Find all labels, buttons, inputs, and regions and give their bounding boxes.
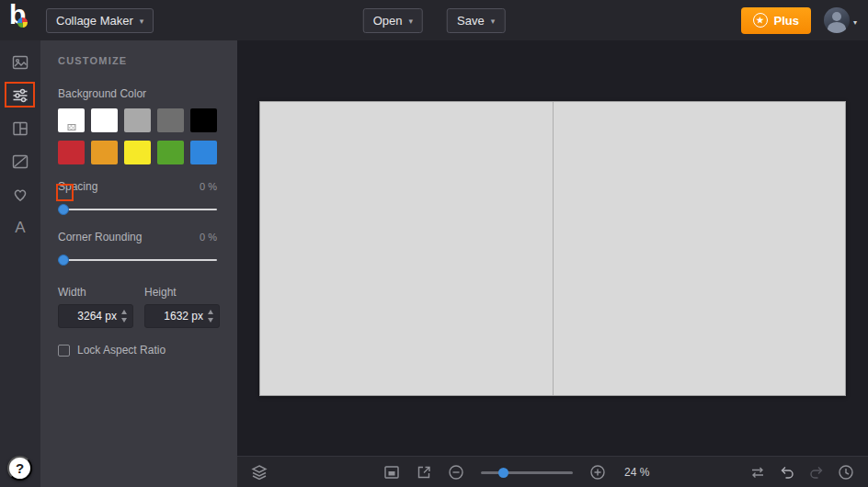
swatch-grid [58, 108, 217, 164]
top-bar: Collage Maker Open Save Plus [0, 0, 868, 40]
reset-button[interactable] [748, 463, 767, 481]
collage-canvas[interactable] [259, 101, 846, 396]
star-badge-icon [753, 13, 768, 28]
spacing-row: Spacing 0 % [58, 180, 217, 193]
corner-slider-thumb[interactable] [58, 255, 69, 266]
fit-to-screen-button[interactable] [383, 463, 401, 481]
cell-divider [553, 102, 554, 395]
bottom-toolbar: 24 % [237, 456, 868, 487]
spacing-label: Spacing [58, 180, 97, 193]
help-button-label: ? [16, 460, 24, 476]
spacing-value: 0 % [200, 181, 217, 192]
color-swatch-green[interactable] [157, 141, 184, 164]
corner-rounding-row: Corner Rounding 0 % [58, 231, 217, 244]
layers-icon [250, 463, 268, 481]
corner-rounding-label: Corner Rounding [58, 231, 142, 244]
lock-aspect-row[interactable]: Lock Aspect Ratio [58, 344, 217, 357]
open-in-new-icon [415, 463, 433, 481]
topbar-center-group: Open Save [363, 0, 506, 40]
zoom-slider-track[interactable] [481, 471, 573, 474]
undo-icon [778, 463, 796, 481]
dimensions-row: Width 3264 px Height 1632 px [58, 286, 217, 328]
image-manager-icon [11, 53, 29, 72]
redo-button[interactable] [807, 463, 826, 481]
corner-rounding-value: 0 % [200, 232, 217, 243]
open-button[interactable]: Open [363, 8, 423, 33]
layouts-grid-icon [11, 119, 29, 138]
app-menu-button[interactable]: Collage Maker [46, 8, 154, 33]
zoom-slider-thumb[interactable] [498, 468, 508, 478]
save-button-label: Save [457, 14, 485, 28]
redo-icon [807, 463, 826, 481]
heart-icon [11, 186, 29, 204]
color-swatch-blue[interactable] [190, 141, 217, 164]
width-label: Width [58, 286, 133, 299]
spacing-slider-thumb[interactable] [58, 204, 69, 215]
rail-item-text[interactable]: A [0, 211, 40, 244]
collage-maker-app: Collage Maker Open Save Plus [0, 0, 868, 487]
topbar-right-group: Plus [741, 0, 857, 40]
height-label: Height [144, 286, 220, 299]
customize-sliders-icon [11, 86, 29, 105]
zoom-percentage: 24 % [624, 466, 649, 479]
app-menu-label: Collage Maker [56, 14, 133, 28]
lock-aspect-label: Lock Aspect Ratio [77, 344, 166, 357]
tool-rail: A ? [0, 40, 40, 487]
height-value: 1632 px [164, 305, 203, 327]
rail-item-patterns[interactable] [0, 145, 40, 178]
color-swatch-yellow[interactable] [124, 141, 151, 164]
zoom-out-button[interactable] [447, 463, 465, 481]
spacing-slider-track[interactable] [58, 209, 217, 210]
plus-upgrade-button[interactable]: Plus [741, 7, 811, 34]
color-swatch-custom-transparent[interactable] [58, 108, 85, 132]
height-field[interactable]: 1632 px [144, 304, 220, 328]
open-button-label: Open [373, 14, 403, 28]
color-swatch-gray[interactable] [157, 108, 184, 132]
plus-circle-icon [588, 463, 607, 481]
history-clock-icon [837, 463, 855, 481]
color-swatch-white[interactable] [91, 108, 118, 132]
user-avatar [824, 7, 850, 33]
corner-rounding-slider[interactable] [58, 255, 217, 266]
chevron-down-icon [853, 12, 857, 28]
zoom-slider[interactable] [481, 467, 573, 478]
color-swatch-light-gray[interactable] [124, 108, 151, 132]
account-menu[interactable] [824, 7, 857, 33]
canvas-area [237, 40, 868, 456]
customize-panel: CUSTOMIZE Background Color Spacing 0 % C… [40, 40, 237, 487]
color-swatch-orange[interactable] [91, 141, 118, 164]
width-stepper[interactable] [120, 308, 130, 324]
height-stepper[interactable] [206, 308, 216, 324]
rail-item-graphics[interactable] [0, 178, 40, 211]
text-tool-icon: A [15, 219, 25, 237]
zoom-in-button[interactable] [588, 463, 607, 481]
save-button[interactable]: Save [447, 8, 505, 33]
history-button[interactable] [837, 463, 855, 481]
background-color-label: Background Color [58, 87, 217, 100]
panel-title: CUSTOMIZE [58, 55, 217, 66]
fit-to-screen-icon [383, 463, 401, 481]
patterns-icon [11, 153, 29, 171]
rail-item-image-manager[interactable] [0, 46, 40, 79]
rail-item-customize[interactable] [0, 79, 40, 112]
help-button[interactable]: ? [7, 456, 32, 481]
color-swatch-black[interactable] [190, 108, 217, 132]
width-value: 3264 px [77, 305, 117, 327]
fullscreen-preview-button[interactable] [415, 463, 433, 481]
spacing-slider[interactable] [58, 204, 217, 215]
minus-circle-icon [447, 463, 465, 481]
corner-slider-track[interactable] [58, 259, 217, 261]
undo-button[interactable] [778, 463, 796, 481]
rail-item-layouts[interactable] [0, 112, 40, 145]
loop-arrows-icon [748, 463, 767, 481]
transparency-indicator-icon [67, 124, 75, 130]
befunky-logo-icon[interactable] [7, 5, 35, 36]
color-swatch-red[interactable] [58, 141, 85, 164]
plus-button-label: Plus [774, 14, 799, 28]
layers-button[interactable] [250, 463, 268, 481]
width-field[interactable]: 3264 px [58, 304, 133, 328]
lock-aspect-checkbox[interactable] [58, 345, 70, 357]
